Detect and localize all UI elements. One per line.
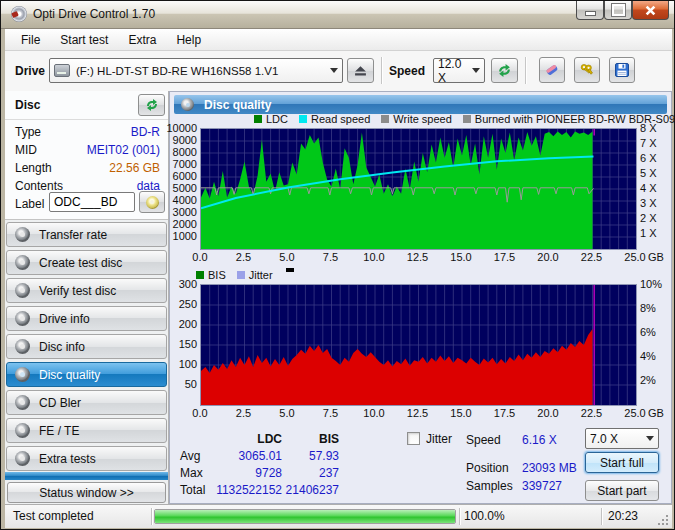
disc-mid-value: MEIT02 (001) bbox=[87, 143, 160, 157]
sidebar-item-drive-info[interactable]: Drive info bbox=[6, 306, 167, 331]
disc-icon bbox=[15, 367, 30, 382]
minimize-icon bbox=[585, 11, 596, 16]
menu-extra[interactable]: Extra bbox=[118, 30, 166, 50]
disc-mid-label: MID bbox=[15, 143, 37, 157]
license-keys-button[interactable] bbox=[574, 57, 600, 83]
ldc-speed-chart: LDCRead speedWrite speedBurned with PION… bbox=[200, 128, 635, 248]
chart-legend: LDCRead speedWrite speedBurned with PION… bbox=[254, 113, 675, 125]
y-tick-right: 1 X bbox=[640, 227, 657, 239]
sidebar-item-label: Disc info bbox=[39, 340, 85, 354]
sidebar-item-disc-quality[interactable]: Disc quality bbox=[6, 362, 167, 387]
speed-label: Speed bbox=[389, 64, 425, 78]
start-part-button[interactable]: Start part bbox=[585, 480, 659, 501]
y-tick-right: 8 X bbox=[640, 122, 657, 134]
y-tick-left: 150 bbox=[179, 338, 197, 350]
x-tick: 12.5 bbox=[402, 251, 434, 263]
sidebar-item-transfer-rate[interactable]: Transfer rate bbox=[6, 222, 167, 247]
sidebar-item-fe-te[interactable]: FE / TE bbox=[6, 418, 167, 443]
legend-label: LDC bbox=[266, 113, 288, 125]
app-disc-icon bbox=[11, 6, 27, 22]
disc-icon bbox=[15, 339, 30, 354]
speed-select-value: 12.0 X bbox=[438, 57, 472, 85]
x-tick: 15.0 bbox=[445, 407, 477, 419]
x-tick: 20.0 bbox=[532, 407, 564, 419]
statusbar-separator bbox=[459, 508, 460, 525]
y-tick-right: 8% bbox=[640, 302, 656, 314]
refresh-disc-button[interactable] bbox=[138, 94, 165, 116]
legend-swatch-icon bbox=[381, 115, 389, 123]
test-speed-value: 7.0 X bbox=[590, 432, 618, 446]
speed-select[interactable]: 12.0 X bbox=[433, 58, 485, 83]
x-tick: 0.0 bbox=[184, 407, 216, 419]
sidebar-item-label: Create test disc bbox=[39, 256, 122, 270]
legend-swatch-icon bbox=[299, 115, 307, 123]
x-tick: 7.5 bbox=[315, 251, 347, 263]
menu-file[interactable]: File bbox=[11, 30, 50, 50]
jitter-checkbox[interactable] bbox=[407, 432, 420, 445]
x-tick: 0.0 bbox=[184, 251, 216, 263]
statusbar-separator bbox=[601, 508, 602, 525]
sidebar-item-disc-info[interactable]: Disc info bbox=[6, 334, 167, 359]
x-tick: 2.5 bbox=[228, 251, 260, 263]
y-tick-left: 1000 bbox=[173, 230, 197, 242]
legend-superscript-mark bbox=[286, 268, 294, 272]
sidebar-item-extra-tests[interactable]: Extra tests bbox=[6, 446, 167, 471]
sidebar-item-create-test-disc[interactable]: Create test disc bbox=[6, 250, 167, 275]
eject-button[interactable] bbox=[347, 58, 374, 83]
toolbar-separator bbox=[525, 57, 526, 84]
x-tick: 17.5 bbox=[489, 251, 521, 263]
close-button[interactable] bbox=[632, 1, 669, 20]
minimize-button[interactable] bbox=[576, 1, 604, 20]
sidebar-item-label: Transfer rate bbox=[39, 228, 107, 242]
jitter-checkbox-label: Jitter bbox=[426, 432, 452, 446]
bis-jitter-plot bbox=[200, 284, 637, 406]
disc-contents-label: Contents bbox=[15, 179, 63, 193]
elapsed-time: 20:23 bbox=[605, 509, 638, 523]
y-tick-right: 6 X bbox=[640, 152, 657, 164]
stats-avg-label: Avg bbox=[180, 449, 200, 463]
sidebar-item-verify-test-disc[interactable]: Verify test disc bbox=[6, 278, 167, 303]
stats-max-label: Max bbox=[180, 466, 203, 480]
legend-item: BIS bbox=[196, 269, 226, 281]
start-full-button[interactable]: Start full bbox=[585, 452, 659, 473]
legend-swatch-icon bbox=[254, 115, 262, 123]
save-button[interactable] bbox=[609, 57, 635, 83]
disc-label-input[interactable] bbox=[49, 192, 135, 212]
refresh-drive-button[interactable] bbox=[491, 58, 518, 83]
menu-help[interactable]: Help bbox=[166, 30, 211, 50]
drive-select[interactable]: (F:) HL-DT-ST BD-RE WH16NS58 1.V1 bbox=[49, 58, 343, 83]
disc-icon bbox=[15, 395, 30, 410]
sidebar-item-label: Extra tests bbox=[39, 452, 96, 466]
toolbar: Drive (F:) HL-DT-ST BD-RE WH16NS58 1.V1 … bbox=[5, 51, 672, 92]
sidebar: Disc Type BD-R MID MEIT02 (001) Length 2… bbox=[5, 91, 169, 504]
y-tick-left: 8000 bbox=[173, 146, 197, 158]
progress-fill bbox=[155, 510, 455, 523]
speed-stat-label: Speed bbox=[466, 433, 501, 447]
y-tick-left: 3000 bbox=[173, 206, 197, 218]
test-speed-select[interactable]: 7.0 X bbox=[585, 428, 659, 449]
disc-length-label: Length bbox=[15, 161, 52, 175]
x-tick: 22.5 bbox=[576, 251, 608, 263]
status-window-button[interactable]: Status window >> bbox=[7, 482, 166, 503]
disc-icon bbox=[15, 283, 30, 298]
disc-label-button[interactable] bbox=[139, 191, 165, 213]
y-tick-right: 4% bbox=[640, 350, 656, 362]
x-tick: 15.0 bbox=[445, 251, 477, 263]
menu-start-test[interactable]: Start test bbox=[50, 30, 118, 50]
legend-swatch-icon bbox=[463, 115, 471, 123]
erase-disc-button[interactable] bbox=[539, 57, 565, 83]
resize-grip[interactable] bbox=[657, 514, 669, 526]
disc-quality-icon bbox=[181, 98, 194, 111]
title-bar[interactable]: Opti Drive Control 1.70 bbox=[1, 1, 674, 29]
chart-legend: BISJitter bbox=[196, 268, 294, 281]
sidebar-filler-strip bbox=[5, 472, 168, 480]
sidebar-item-label: Verify test disc bbox=[39, 284, 116, 298]
panel-title: Disc quality bbox=[204, 98, 271, 112]
maximize-button[interactable] bbox=[604, 1, 632, 20]
y-tick-right: 5 X bbox=[640, 167, 657, 179]
sidebar-item-cd-bler[interactable]: CD Bler bbox=[6, 390, 167, 415]
y-tick-left: 10000 bbox=[166, 122, 197, 134]
ldc-speed-plot bbox=[200, 128, 637, 250]
x-axis-unit: GB bbox=[648, 251, 664, 263]
sidebar-item-label: CD Bler bbox=[39, 396, 81, 410]
